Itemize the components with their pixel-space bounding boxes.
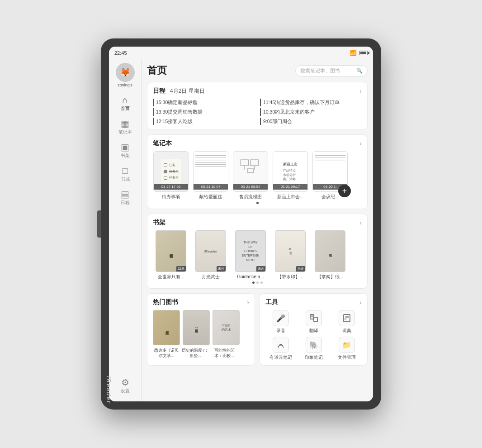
files-icon: 📁 [339, 337, 355, 353]
book-item[interactable]: 全世界只有我们 32章 全世界只有... [153, 230, 189, 280]
tools-section: 工具 › 🎤 录音 翻译 [260, 293, 368, 366]
sidebar-item-home[interactable]: ⌂ 首页 [109, 92, 141, 115]
svg-rect-6 [314, 317, 317, 322]
settings-label: 设置 [121, 388, 130, 394]
tool-label: 印象笔记 [305, 354, 323, 361]
book-badge: 未读 [217, 266, 226, 272]
book-badge: 未读 [296, 266, 305, 272]
home-icon: ⌂ [122, 95, 128, 105]
bottom-row: 热门图书 › 悉达多 历史的温度7 可能性的艺术 [147, 293, 368, 366]
add-notebook-button[interactable]: + [338, 185, 351, 197]
notebook-name: 售后流程图 [239, 194, 262, 200]
book-item[interactable]: 0 书 未读 【带水印】... [272, 230, 308, 280]
avatar[interactable]: 🦊 [116, 63, 135, 82]
store-icon: □ [122, 166, 128, 175]
search-box[interactable]: 搜索笔记本、图书 🔍 [295, 65, 368, 76]
tool-recording[interactable]: 🎤 录音 [265, 310, 296, 334]
hot-book-cover[interactable]: 历史的温度7 [183, 310, 210, 345]
time: 22:45 [114, 50, 127, 56]
tools-arrow[interactable]: › [359, 299, 362, 306]
notebook-thumb: 任务一 任务二 任务三 03-27 17:56 [153, 151, 189, 192]
bookshelf-header: 书架 › [153, 219, 362, 227]
sidebar: 🦊 zoning's ⌂ 首页 ▦ 笔记本 ▣ 书架 □ [109, 59, 142, 401]
book-item[interactable]: 掌阅纸书 【掌阅】纸... [312, 230, 348, 280]
book-name: 全世界只有... [158, 274, 184, 280]
notebook-thumb: 03-21 09:54 [233, 151, 268, 192]
schedule-label: 日程 [121, 200, 130, 206]
book-item[interactable]: THE WAYOFCHINA'SENTERTAINMENT 未读 Guidanc… [232, 230, 269, 280]
notebook-name: 待办事项 [162, 194, 180, 200]
dictionary-icon: D [339, 310, 355, 326]
wifi-icon: 📶 [350, 50, 357, 56]
tool-files[interactable]: 📁 文件管理 [331, 337, 362, 361]
bookshelf-title: 书架 [153, 219, 165, 227]
book-cover: THE WAYOFCHINA'SENTERTAINMENT 未读 [235, 230, 266, 272]
notebook-thumb: 05-21 10:07 [193, 151, 228, 192]
recording-icon: 🎤 [273, 310, 289, 326]
hot-books-arrow[interactable]: › [247, 299, 249, 306]
notebook-item[interactable]: 05-21 10:07 献给爱丽丝 [193, 151, 229, 200]
svg-rect-4 [247, 169, 254, 173]
notebooks-arrow[interactable]: › [359, 140, 362, 147]
side-button[interactable] [97, 210, 101, 238]
tools-title: 工具 [265, 298, 278, 306]
home-label: 首页 [121, 105, 130, 112]
evernote-icon: 🐘 [306, 337, 322, 353]
screen: 22:45 📶 🦊 zoning's ⌂ 首页 [109, 47, 373, 401]
schedule-item: 11:45沟通货品库存，确认下月订单 [260, 99, 362, 106]
battery-icon [359, 51, 368, 55]
page-header: 首页 搜索笔记本、图书 🔍 [147, 64, 368, 77]
shelf-icon: ▣ [121, 143, 129, 152]
schedule-item: 9:00部门周会 [260, 118, 362, 125]
hot-books-header: 热门图书 › [153, 298, 249, 306]
book-cover: 0 书 未读 [275, 230, 306, 272]
main-layout: 🦊 zoning's ⌂ 首页 ▦ 笔记本 ▣ 书架 □ [109, 59, 373, 401]
schedule-header: 日程 4月2日 星期日 › [153, 87, 362, 95]
shelf-label: 书架 [121, 153, 130, 159]
hot-book-cover[interactable]: 悉达多 [153, 310, 180, 345]
tool-label: 文件管理 [338, 354, 356, 361]
hot-book-cover[interactable]: 可能性的艺术 [213, 310, 240, 345]
book-name: 【带水印】... [277, 274, 303, 280]
bookshelf-arrow[interactable]: › [359, 219, 362, 226]
tool-label: 词典 [342, 328, 351, 334]
content-area: 首页 搜索笔记本、图书 🔍 日程 4月2日 星期日 › [142, 59, 373, 401]
notebook-item[interactable]: 新品上市 产品特点 市场分析 推广策略 03-21 09:17 新品上市会... [272, 151, 308, 200]
hot-books-title: 热门图书 [153, 298, 178, 306]
tool-label: 翻译 [309, 328, 318, 334]
device: iReader 22:45 📶 🦊 zoning's [101, 38, 381, 410]
notebook-item[interactable]: 03-20 1. + 会议纪... [312, 151, 348, 200]
book-cover: 掌阅纸书 [315, 230, 345, 272]
schedule-title: 日程 [153, 87, 165, 95]
schedule-arrow[interactable]: › [359, 87, 362, 95]
sidebar-item-notebook[interactable]: ▦ 笔记本 [109, 115, 141, 139]
tool-youdao[interactable]: 有道云笔记 [265, 337, 296, 361]
sidebar-item-schedule[interactable]: ▤ 日程 [109, 186, 141, 210]
notebook-date: 05-21 10:07 [194, 184, 228, 190]
notebook-item[interactable]: 03-21 09:54 售后流程图 [232, 151, 269, 200]
schedule-item: 10:30约见北京来的客户 [260, 108, 362, 116]
avatar-emoji: 🦊 [120, 67, 130, 77]
status-icons: 📶 [350, 50, 368, 56]
page-title: 首页 [147, 64, 167, 77]
hot-books-section: 热门图书 › 悉达多 历史的温度7 可能性的艺术 [147, 293, 255, 366]
hot-book-name: 历史的温度7：那些... [182, 348, 209, 358]
hot-book-name: 悉达多（诺贝尔文学... [153, 348, 180, 358]
book-badge: 未读 [256, 266, 265, 272]
tool-translate[interactable]: 翻译 [298, 310, 329, 334]
tool-dictionary[interactable]: D 词典 [331, 310, 362, 334]
tool-evernote[interactable]: 🐘 印象笔记 [298, 337, 329, 361]
book-item[interactable]: iReader 未读 月光武士 [193, 230, 229, 280]
notebook-icon: ▦ [121, 119, 129, 128]
notebook-dots [153, 202, 362, 204]
sidebar-item-shelf[interactable]: ▣ 书架 [109, 139, 141, 162]
sidebar-item-settings[interactable]: ⚙ 设置 [109, 374, 141, 398]
search-icon: 🔍 [356, 68, 363, 74]
svg-text:D: D [345, 318, 347, 320]
notebook-item[interactable]: 任务一 任务二 任务三 03-27 17:56 待办事项 [153, 151, 189, 200]
book-cover: iReader 未读 [195, 230, 226, 272]
book-name: Guidance a... [237, 274, 264, 280]
store-label: 书城 [121, 176, 130, 182]
hot-books-row: 悉达多 历史的温度7 可能性的艺术 [153, 310, 249, 345]
sidebar-item-store[interactable]: □ 书城 [109, 162, 141, 186]
